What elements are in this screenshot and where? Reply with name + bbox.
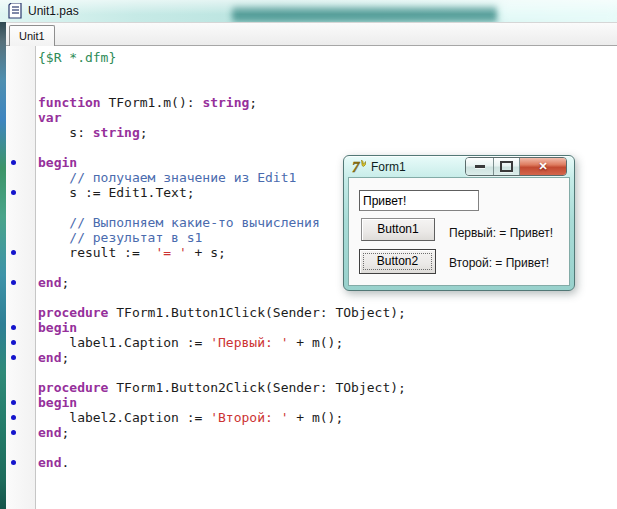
edit1-input[interactable] [359,190,479,211]
maximize-icon [500,161,513,172]
maximize-button[interactable] [494,158,520,175]
editor-gutter [6,46,36,509]
button2[interactable]: Button2 [359,249,436,274]
compiled-line-dot-icon[interactable] [11,160,16,165]
compiled-line-dot-icon[interactable] [11,250,16,255]
glass-reflection [232,6,498,22]
code-line: end; [36,350,617,365]
code-line [36,140,617,155]
code-line [36,440,617,455]
label1: Первый: = Привет! [449,226,553,240]
code-line: function TForm1.m(): string; [36,95,617,110]
form1-titlebar[interactable]: 7 Form1 ✕ [344,156,574,177]
code-line: label2.Caption := 'Второй: ' + m(); [36,410,617,425]
compiled-line-dot-icon[interactable] [11,460,16,465]
compiled-line-dot-icon[interactable] [11,430,16,435]
close-icon: ✕ [538,161,547,172]
screen: Unit1.pas Unit1 {$R *.dfm}function TForm… [0,0,617,509]
code-line [36,80,617,95]
window-titlebar[interactable] [0,0,617,22]
code-line: procedure TForm1.Button2Click(Sender: TO… [36,380,617,395]
code-line [36,65,617,80]
code-line: {$R *.dfm} [36,50,617,65]
code-line: procedure TForm1.Button1Click(Sender: TO… [36,305,617,320]
form1-client-area: Button1 Button2 Первый: = Привет! Второй… [348,177,570,286]
compiled-line-dot-icon[interactable] [11,400,16,405]
delphi-app-icon: 7 [351,159,367,178]
code-line: begin [36,320,617,335]
form1-window-buttons: ✕ [465,157,567,176]
focus-rectangle [363,253,432,270]
compiled-line-dot-icon[interactable] [11,280,16,285]
document-icon [8,3,22,23]
code-line: end. [36,455,617,470]
form1-window: 7 Form1 ✕ Button1 Button2 [343,155,575,291]
minimize-button[interactable] [466,158,494,175]
close-button[interactable]: ✕ [520,158,566,175]
code-line: label1.Caption := 'Первый: ' + m(); [36,335,617,350]
minimize-icon [475,165,485,168]
tab-bar: Unit1 [0,22,617,46]
glass-highlight [500,0,617,22]
compiled-line-dot-icon[interactable] [11,355,16,360]
tab-label: Unit1 [19,30,45,42]
window-title: Unit1.pas [28,4,79,18]
compiled-line-dot-icon[interactable] [11,415,16,420]
compiled-line-dot-icon[interactable] [11,340,16,345]
form1-title: Form1 [371,160,406,174]
code-line [36,365,617,380]
tab-unit1[interactable]: Unit1 [9,25,55,47]
code-line: s: string; [36,125,617,140]
code-line [36,290,617,305]
compiled-line-dot-icon[interactable] [11,190,16,195]
button1[interactable]: Button1 [361,218,435,241]
code-line: begin [36,395,617,410]
compiled-line-dot-icon[interactable] [11,325,16,330]
svg-text:7: 7 [352,159,360,174]
code-line: end; [36,425,617,440]
code-line: var [36,110,617,125]
label2: Второй: = Привет! [449,256,549,270]
